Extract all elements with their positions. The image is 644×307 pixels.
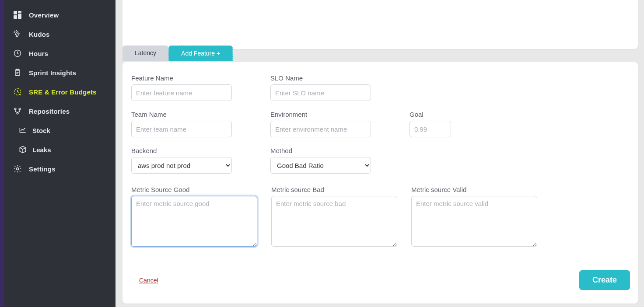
field-slo-name: SLO Name (270, 74, 402, 101)
sidebar-item-overview[interactable]: Overview (4, 5, 116, 24)
budget-icon (13, 87, 22, 96)
svg-point-4 (15, 31, 15, 31)
svg-point-13 (17, 112, 18, 114)
svg-rect-1 (18, 11, 21, 13)
sidebar-item-kudos[interactable]: Kudos (4, 24, 116, 44)
sidebar-item-hours[interactable]: Hours (4, 44, 116, 63)
tab-latency[interactable]: Latency (122, 45, 168, 61)
clap-icon (13, 30, 22, 38)
sidebar-subitem-stock[interactable]: Stock (32, 121, 116, 140)
field-metric-valid: Metric source Valid (411, 186, 537, 248)
feature-form: Feature Name SLO Name Team Name Environm… (122, 62, 638, 257)
feature-name-input[interactable] (131, 84, 232, 101)
field-goal: Goal (410, 111, 497, 137)
dashboard-icon (13, 10, 22, 19)
chart-icon (18, 126, 27, 135)
form-actions: Cancel Create (122, 257, 638, 302)
label-metric-good: Metric Source Good (131, 186, 257, 193)
environment-input[interactable] (270, 121, 371, 137)
svg-rect-0 (14, 11, 17, 14)
label-environment: Environment (270, 111, 402, 118)
goal-input[interactable] (410, 121, 451, 137)
sidebar-item-label: Kudos (29, 31, 50, 38)
svg-point-14 (17, 168, 19, 170)
sidebar-item-sprint-insights[interactable]: Sprint Insights (4, 63, 116, 82)
label-backend: Backend (131, 147, 262, 154)
label-metric-bad: Metric source Bad (271, 186, 397, 193)
sidebar-item-sre-error-budgets[interactable]: SRE & Error Budgets (4, 82, 116, 101)
field-metric-good: Metric Source Good (131, 186, 257, 248)
metric-good-textarea[interactable] (131, 196, 257, 247)
label-team-name: Team Name (131, 111, 262, 118)
sidebar-item-label: SRE & Error Budgets (29, 88, 97, 96)
label-method: Method (270, 147, 402, 154)
svg-point-5 (16, 31, 17, 31)
metric-valid-textarea[interactable] (411, 196, 537, 247)
field-team-name: Team Name (131, 111, 262, 137)
box-icon (18, 145, 27, 154)
label-feature-name: Feature Name (131, 74, 262, 82)
field-backend: Backend aws prod not prod (131, 147, 262, 174)
feature-panel: Latency Add Feature + Feature Name SLO N… (122, 62, 638, 304)
label-slo-name: SLO Name (270, 74, 402, 82)
sidebar-item-label: Sprint Insights (29, 69, 76, 77)
field-environment: Environment (270, 111, 402, 137)
sidebar-item-settings[interactable]: Settings (4, 159, 116, 178)
sidebar: Overview Kudos Hours Sprint Insights SRE… (4, 0, 116, 307)
svg-point-12 (19, 108, 21, 110)
metric-bad-textarea[interactable] (271, 196, 397, 247)
team-name-input[interactable] (131, 121, 232, 137)
sidebar-subitem-leaks[interactable]: Leaks (32, 140, 116, 159)
svg-rect-3 (14, 15, 17, 19)
sidebar-item-label: Settings (29, 165, 56, 173)
app-rail (0, 0, 4, 307)
create-button[interactable]: Create (579, 270, 630, 290)
slo-name-input[interactable] (270, 84, 371, 101)
method-select[interactable]: Good Bad Ratio (270, 157, 371, 174)
branch-icon (13, 107, 22, 115)
field-feature-name: Feature Name (131, 74, 262, 101)
tab-add-feature[interactable]: Add Feature + (168, 45, 233, 61)
top-card (122, 0, 638, 49)
gear-icon (13, 164, 22, 173)
sidebar-item-label: Overview (29, 11, 59, 19)
sidebar-item-label: Hours (29, 50, 48, 57)
sidebar-item-label: Repositories (29, 108, 70, 115)
svg-point-6 (14, 32, 14, 32)
clock-icon (13, 49, 22, 58)
sidebar-subitem-label: Leaks (32, 146, 51, 154)
backend-select[interactable]: aws prod not prod (131, 157, 232, 174)
label-goal: Goal (410, 111, 497, 118)
svg-point-11 (14, 108, 16, 110)
main-content: Latency Add Feature + Feature Name SLO N… (116, 0, 644, 307)
label-metric-valid: Metric source Valid (411, 186, 537, 193)
cancel-link[interactable]: Cancel (139, 277, 158, 284)
svg-rect-2 (18, 14, 21, 19)
field-method: Method Good Bad Ratio (270, 147, 402, 174)
sidebar-item-repositories[interactable]: Repositories (4, 101, 116, 121)
sidebar-subitem-label: Stock (32, 127, 50, 134)
field-metric-bad: Metric source Bad (271, 186, 397, 248)
tabs: Latency Add Feature + (122, 45, 233, 61)
clipboard-icon (13, 68, 22, 77)
